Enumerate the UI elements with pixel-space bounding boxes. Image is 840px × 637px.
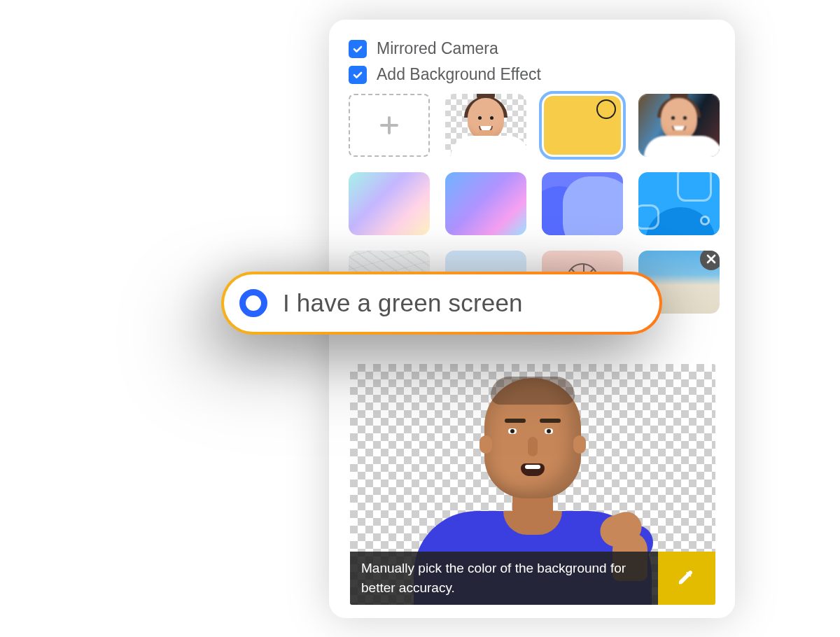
color-picker-button[interactable] [658, 552, 715, 605]
check-icon [352, 43, 363, 55]
bg-effect-checkbox[interactable] [349, 66, 367, 84]
option-mirrored-camera: Mirrored Camera [349, 39, 715, 58]
bg-tile-gradient-pastel[interactable] [349, 172, 430, 235]
bg-tile-solid-yellow[interactable] [542, 94, 623, 157]
bg-tile-gradient-bluviolet[interactable] [445, 172, 526, 235]
portrait-glyph [648, 94, 710, 157]
green-screen-callout: I have a green screen [221, 272, 662, 335]
bg-tile-abstract-cyan[interactable] [638, 172, 720, 235]
mirrored-camera-label: Mirrored Camera [377, 39, 498, 58]
remove-bg-button[interactable] [700, 251, 720, 270]
green-screen-option[interactable]: I have a green screen [224, 274, 659, 332]
radio-selected-icon [239, 289, 267, 317]
eyedropper-icon [676, 568, 697, 589]
check-icon [352, 69, 363, 80]
bg-tile-blur-room[interactable] [638, 94, 720, 157]
bg-tile-remove[interactable] [445, 94, 526, 157]
color-pick-hint: Manually pick the color of the backgroun… [350, 552, 658, 605]
option-bg-effect: Add Background Effect [349, 65, 715, 84]
camera-preview: Manually pick the color of the backgroun… [350, 364, 715, 605]
selected-ring-icon [596, 99, 616, 119]
bg-effect-label: Add Background Effect [377, 65, 541, 84]
green-screen-label: I have a green screen [283, 289, 523, 317]
add-background-tile[interactable] [349, 94, 430, 157]
portrait-glyph [455, 94, 517, 157]
bg-tile-abstract-indigo[interactable] [542, 172, 623, 235]
plus-icon [377, 113, 401, 137]
mirrored-camera-checkbox[interactable] [349, 40, 367, 58]
close-icon [706, 254, 716, 264]
preview-footer: Manually pick the color of the backgroun… [350, 552, 715, 605]
